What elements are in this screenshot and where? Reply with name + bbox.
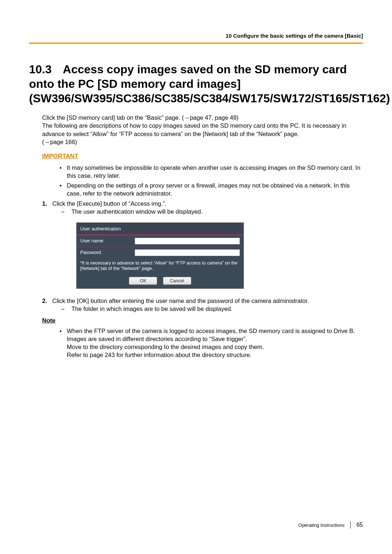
password-input[interactable] <box>135 249 240 256</box>
intro-3b: page 166) <box>50 139 77 145</box>
step-2-number: 2. <box>42 297 47 305</box>
dialog-button-row: OK Cancel <box>77 275 244 288</box>
important-heading: IMPORTANT <box>42 152 363 161</box>
username-row: User name <box>77 235 244 247</box>
step-1-number: 1. <box>42 200 47 208</box>
username-input[interactable] <box>135 238 240 245</box>
footer-separator <box>350 521 351 529</box>
intro-3a: ( <box>42 139 44 145</box>
step-2-result: → The folder in which images are to be s… <box>60 305 363 313</box>
important-item-2: Depending on the settings of a proxy ser… <box>60 181 363 198</box>
password-row: Password <box>77 247 244 258</box>
intro-1b: page 47, page 49) <box>190 114 238 121</box>
intro-line-1: Click the [SD memory card] tab on the “B… <box>42 114 363 122</box>
footer-doc-title: Operating Instructions <box>298 522 344 528</box>
section-title: 10.3 Access copy images saved on the SD … <box>29 62 363 106</box>
dialog-title: User authentication <box>77 223 244 235</box>
cancel-button[interactable]: Cancel <box>163 277 191 285</box>
note-item-1-line-4: Refer to page 243 for further informatio… <box>67 352 252 358</box>
note-item-1-line-2: Images are saved in different directorie… <box>67 336 247 342</box>
note-heading: Note <box>42 316 363 324</box>
step-1-text: Click the [Execute] button of “Access im… <box>52 200 167 207</box>
dialog-footnote: *It is necessary in advance to select “A… <box>77 258 244 275</box>
note-item-1-line-1: When the FTP server of the camera is log… <box>67 328 355 334</box>
intro-1a: Click the [SD memory card] tab on the “B… <box>42 114 184 121</box>
password-label: Password <box>80 249 135 256</box>
intro-line-3: (→page 166) <box>42 138 363 146</box>
note-item-1: When the FTP server of the camera is log… <box>60 327 363 359</box>
important-item-1: It may sometimes be impossible to operat… <box>60 164 363 180</box>
step-1-result: → The user authentication window will be… <box>60 208 363 216</box>
username-label: User name <box>80 238 135 244</box>
step-2-text: Click the [OK] button after entering the… <box>52 297 309 304</box>
running-header: 10 Configure the basic settings of the c… <box>29 33 363 39</box>
ok-button[interactable]: OK <box>129 277 157 285</box>
user-auth-dialog: User authentication User name Password *… <box>76 222 244 289</box>
note-item-1-line-3: Move to the directory corresponding to t… <box>67 344 264 350</box>
step-1: 1. Click the [Execute] button of “Access… <box>42 200 363 289</box>
intro-line-2: The following are descriptions of how to… <box>42 122 363 138</box>
page-footer: Operating Instructions 65 <box>298 521 363 529</box>
header-rule <box>29 42 363 44</box>
step-2: 2. Click the [OK] button after entering … <box>42 297 363 313</box>
footer-page-number: 65 <box>356 522 363 528</box>
